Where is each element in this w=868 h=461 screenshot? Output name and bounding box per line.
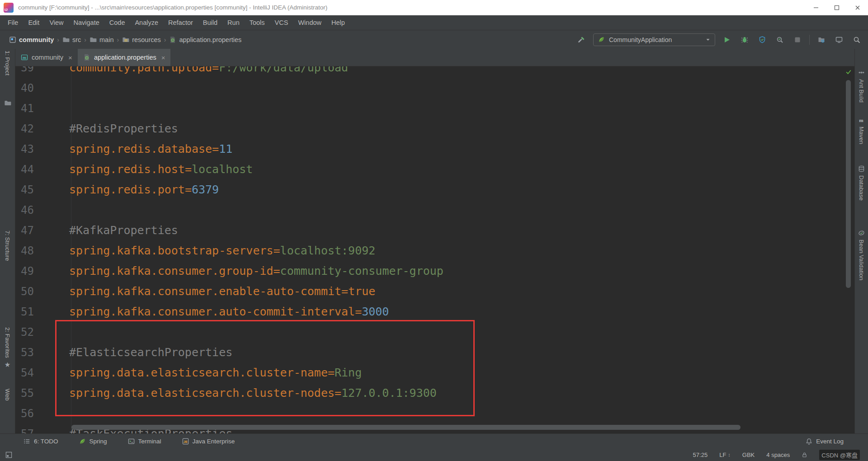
breadcrumb-item-application.properties[interactable]: application.properties: [168, 36, 242, 43]
encoding-widget[interactable]: GBK: [742, 452, 755, 458]
menu-bar: FileEditViewNavigateCodeAnalyzeRefactorB…: [0, 15, 868, 30]
code-line-53[interactable]: 53#ElasticsearchProperties: [15, 342, 854, 362]
search-everywhere-button[interactable]: [851, 34, 863, 46]
coverage-button[interactable]: [756, 34, 768, 46]
stop-button[interactable]: [792, 34, 803, 46]
minimize-button[interactable]: [806, 0, 826, 15]
resources-folder-icon: [122, 36, 129, 43]
sidebar-item-database[interactable]: Database: [855, 165, 868, 201]
todo-button[interactable]: 6: TODO: [24, 438, 58, 445]
code-line-39[interactable]: 39community.path.upload=F:/work/data/upl…: [15, 66, 854, 78]
editor[interactable]: 39community.path.upload=F:/work/data/upl…: [15, 66, 854, 433]
breadcrumb-label: src: [72, 36, 81, 43]
tool-window-switcher-icon[interactable]: [5, 452, 12, 458]
sidebar-item-maven[interactable]: m Maven: [855, 117, 868, 144]
code-line-55[interactable]: 55spring.data.elasticsearch.cluster-node…: [15, 383, 854, 403]
code-line-49[interactable]: 49spring.kafka.consumer.group-id=communi…: [15, 261, 854, 281]
menu-item-tools[interactable]: Tools: [245, 19, 270, 26]
sidebar-item-favorites[interactable]: 2: Favorites ★: [0, 327, 15, 368]
terminal-button[interactable]: Terminal: [128, 438, 161, 445]
navigation-bar: community›src›main›resources›application…: [0, 30, 868, 49]
bean-icon: [858, 230, 865, 236]
breadcrumb-item-src[interactable]: src: [61, 36, 82, 43]
event-log-button[interactable]: Event Log: [806, 438, 844, 445]
vertical-scrollbar[interactable]: [846, 80, 851, 288]
run-toolbar: CommunityApplication: [576, 33, 863, 46]
run-play-icon: [723, 36, 731, 43]
line-number: 42: [15, 122, 41, 135]
sidebar-item-project[interactable]: 1: Project: [0, 51, 15, 75]
code-line-52[interactable]: 52: [15, 322, 854, 342]
menu-item-edit[interactable]: Edit: [23, 19, 44, 26]
close-button[interactable]: [847, 0, 868, 15]
java-enterprise-button[interactable]: JE Java Enterprise: [182, 438, 235, 445]
event-log-label: Event Log: [816, 438, 844, 445]
code-line-41[interactable]: 41: [15, 98, 854, 118]
close-icon[interactable]: ×: [68, 54, 72, 61]
horizontal-scrollbar[interactable]: [71, 425, 741, 430]
breadcrumb: community›src›main›resources›application…: [8, 36, 242, 43]
code-line-56[interactable]: 56: [15, 403, 854, 423]
debug-button[interactable]: [739, 34, 750, 46]
java-enterprise-icon: JE: [182, 438, 189, 445]
menu-item-window[interactable]: Window: [293, 19, 326, 26]
project-structure-button[interactable]: [816, 34, 827, 46]
code-line-45[interactable]: 45spring.redis.port=6379: [15, 179, 854, 200]
menu-item-build[interactable]: Build: [198, 19, 222, 26]
line-number: 40: [15, 82, 41, 94]
indent-widget[interactable]: 4 spaces: [766, 452, 790, 458]
line-ending-widget[interactable]: LF↕: [719, 452, 731, 458]
sidebar-item-ant-build[interactable]: Ant Build: [855, 69, 868, 103]
inspections-ok-icon[interactable]: [845, 69, 852, 75]
project-folder-button[interactable]: [0, 99, 15, 107]
menu-item-vcs[interactable]: VCS: [270, 19, 293, 26]
code-line-47[interactable]: 47#KafkaProperties: [15, 220, 854, 240]
tab-community[interactable]: mcommunity×: [15, 49, 78, 66]
breadcrumb-item-main[interactable]: main: [89, 36, 114, 43]
svg-text:JE: JE: [183, 439, 187, 443]
tool-windows-button[interactable]: [833, 34, 845, 46]
code-line-42[interactable]: 42#RedisProperties: [15, 118, 854, 139]
code-line-54[interactable]: 54spring.data.elasticsearch.cluster-name…: [15, 362, 854, 383]
breadcrumb-item-resources[interactable]: resources: [121, 36, 162, 43]
menu-item-view[interactable]: View: [44, 19, 68, 26]
code-line-40[interactable]: 40: [15, 78, 854, 98]
right-tool-window-stripe: Ant Build m Maven Database Bean Validati…: [854, 49, 868, 433]
line-number: 52: [15, 326, 41, 339]
code-area[interactable]: 39community.path.upload=F:/work/data/upl…: [15, 66, 854, 433]
ant-icon: [858, 69, 865, 76]
code-line-50[interactable]: 50spring.kafka.consumer.enable-auto-comm…: [15, 281, 854, 301]
caret-position-widget[interactable]: 57:25: [693, 452, 708, 458]
code-line-43[interactable]: 43spring.redis.database=11: [15, 139, 854, 159]
lock-icon[interactable]: [802, 452, 807, 458]
line-ending-label: LF: [719, 452, 726, 458]
menu-item-analyze[interactable]: Analyze: [130, 19, 163, 26]
build-project-button[interactable]: [576, 34, 587, 46]
menu-item-run[interactable]: Run: [222, 19, 245, 26]
toolbar-separator: [809, 35, 810, 45]
run-button[interactable]: [721, 34, 733, 46]
run-configuration-selector[interactable]: CommunityApplication: [593, 33, 715, 46]
spring-button[interactable]: Spring: [79, 438, 107, 445]
menu-item-file[interactable]: File: [3, 19, 23, 26]
code-line-48[interactable]: 48spring.kafka.bootstrap-servers=localho…: [15, 240, 854, 261]
sidebar-item-web[interactable]: Web: [0, 389, 15, 401]
code-line-44[interactable]: 44spring.redis.host=localhost: [15, 159, 854, 179]
menu-item-help[interactable]: Help: [326, 19, 350, 26]
maximize-button[interactable]: [826, 0, 847, 15]
menu-item-navigate[interactable]: Navigate: [69, 19, 104, 26]
sidebar-item-structure[interactable]: 7: Structure: [0, 230, 15, 261]
terminal-label: Terminal: [138, 438, 161, 445]
sidebar-item-label: Maven: [858, 127, 865, 144]
profiler-button[interactable]: [774, 34, 786, 46]
code-line-46[interactable]: 46: [15, 200, 854, 220]
close-icon[interactable]: ×: [161, 54, 165, 61]
code-line-51[interactable]: 51spring.kafka.consumer.auto-commit-inte…: [15, 301, 854, 322]
tab-application.properties[interactable]: application.properties×: [78, 49, 171, 66]
breadcrumb-item-community[interactable]: community: [8, 36, 55, 43]
window-title: community [F:\community] - ...\src\main\…: [18, 4, 327, 11]
sidebar-item-bean-validation[interactable]: Bean Validation: [855, 230, 868, 280]
menu-item-refactor[interactable]: Refactor: [163, 19, 198, 26]
folder-icon: [4, 99, 11, 107]
menu-item-code[interactable]: Code: [104, 19, 130, 26]
